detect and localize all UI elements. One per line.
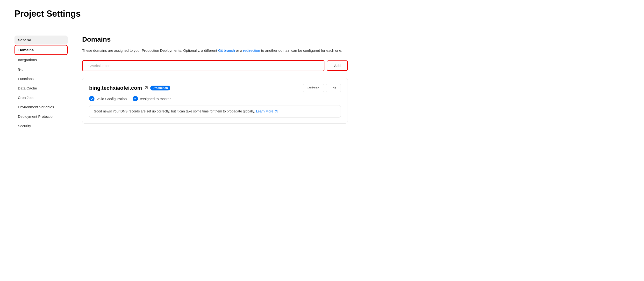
sidebar-item-security[interactable]: Security <box>14 121 68 130</box>
section-title: Domains <box>82 36 348 43</box>
git-branch-link[interactable]: Git branch <box>218 48 235 53</box>
domain-name-row: bing.techxiaofei.com Production <box>89 85 170 91</box>
page-header: Project Settings <box>0 0 644 26</box>
refresh-button[interactable]: Refresh <box>303 84 324 92</box>
assigned-check-icon <box>132 96 138 101</box>
valid-config-check-icon <box>89 96 94 101</box>
edit-button[interactable]: Edit <box>326 84 341 92</box>
domain-info-box: Good news! Your DNS records are set up c… <box>89 105 341 118</box>
domain-input[interactable] <box>82 60 324 71</box>
sidebar-item-integrations[interactable]: Integrations <box>14 55 68 64</box>
page-body: General Domains Integrations Git Functio… <box>0 26 644 141</box>
sidebar-item-functions[interactable]: Functions <box>14 74 68 83</box>
domain-card-header: bing.techxiaofei.com Production Refresh … <box>89 84 341 92</box>
sidebar-item-data-cache[interactable]: Data Cache <box>14 84 68 93</box>
sidebar-item-deployment-protection[interactable]: Deployment Protection <box>14 112 68 121</box>
sidebar-item-git[interactable]: Git <box>14 65 68 74</box>
section-description: These domains are assigned to your Produ… <box>82 48 348 54</box>
sidebar-item-domains[interactable]: Domains <box>14 45 68 55</box>
page-title: Project Settings <box>14 9 630 19</box>
sidebar: General Domains Integrations Git Functio… <box>14 36 68 131</box>
description-text-1: These domains are assigned to your Produ… <box>82 48 218 53</box>
info-text: Good news! Your DNS records are set up c… <box>94 109 256 113</box>
assigned-status: Assigned to master <box>132 96 171 101</box>
production-badge: Production <box>150 86 170 90</box>
external-link-icon[interactable] <box>144 86 148 90</box>
domain-input-row: Add <box>82 60 348 71</box>
sidebar-item-cron-jobs[interactable]: Cron Jobs <box>14 93 68 102</box>
assigned-label: Assigned to master <box>140 97 171 101</box>
sidebar-item-general[interactable]: General <box>14 36 68 45</box>
domain-status-row: Valid Configuration Assigned to master <box>89 96 341 101</box>
description-text-3: to another domain can be configured for … <box>260 48 342 53</box>
main-content: Domains These domains are assigned to yo… <box>82 36 348 131</box>
valid-config-label: Valid Configuration <box>96 97 127 101</box>
domain-card: bing.techxiaofei.com Production Refresh … <box>82 78 348 124</box>
add-button[interactable]: Add <box>327 61 348 71</box>
domain-name: bing.techxiaofei.com <box>89 85 142 91</box>
domain-actions: Refresh Edit <box>303 84 341 92</box>
learn-more-link[interactable]: Learn More <box>256 109 278 113</box>
description-text-2: or a <box>235 48 243 53</box>
redirection-link[interactable]: redirection <box>243 48 260 53</box>
sidebar-item-environment-variables[interactable]: Environment Variables <box>14 103 68 112</box>
valid-config-status: Valid Configuration <box>89 96 127 101</box>
